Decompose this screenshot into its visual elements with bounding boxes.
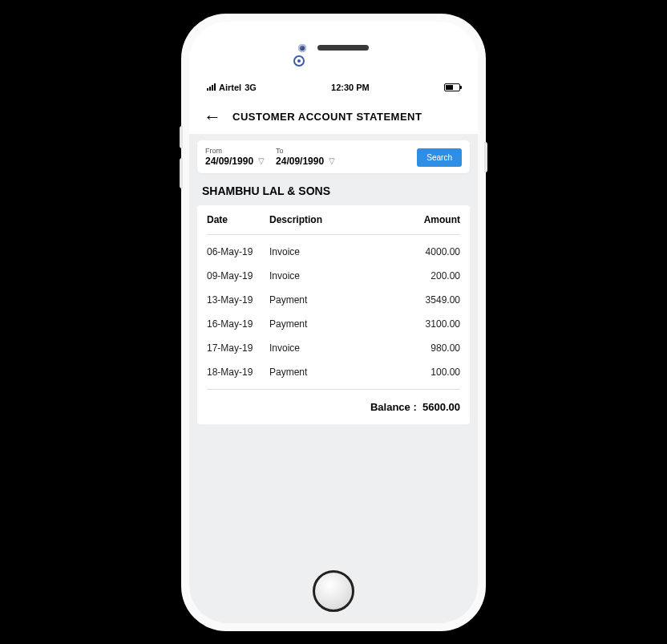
cell-date: 18-May-19 — [207, 367, 269, 378]
cell-amount: 3549.00 — [396, 294, 460, 306]
col-amount-header: Amount — [396, 214, 460, 225]
cell-amount: 100.00 — [396, 367, 460, 378]
from-label: From — [205, 147, 265, 155]
phone-frame: Airtel 3G 12:30 PM ← CUSTOMER ACCOUNT ST… — [181, 14, 486, 631]
balance-label: Balance : — [370, 401, 417, 413]
balance-row: Balance : 5600.00 — [207, 390, 460, 413]
chevron-down-icon: ▽ — [329, 156, 335, 165]
cell-amount: 3100.00 — [396, 318, 460, 330]
phone-notch — [189, 22, 478, 70]
speaker-grille — [317, 45, 369, 51]
to-label: To — [276, 147, 335, 155]
cell-amount: 200.00 — [396, 270, 460, 281]
customer-name: SHAMBHU LAL & SONS — [197, 173, 470, 205]
cell-date: 13-May-19 — [207, 294, 269, 306]
cell-description: Invoice — [269, 270, 396, 281]
page-title: CUSTOMER ACCOUNT STATEMENT — [232, 111, 422, 123]
table-header-row: Date Description Amount — [207, 205, 460, 235]
power-button — [484, 142, 487, 172]
volume-button — [180, 126, 183, 148]
cell-description: Payment — [269, 294, 396, 306]
table-body: 06-May-19Invoice4000.0009-May-19Invoice2… — [207, 235, 460, 390]
cell-description: Invoice — [269, 246, 396, 257]
from-date-value: 24/09/1990 — [205, 156, 253, 167]
cell-amount: 4000.00 — [396, 246, 460, 257]
table-row: 09-May-19Invoice200.00 — [207, 264, 460, 288]
app-header: ← CUSTOMER ACCOUNT STATEMENT — [189, 97, 478, 134]
cell-amount: 980.00 — [396, 342, 460, 354]
home-button[interactable] — [313, 570, 354, 612]
cell-date: 17-May-19 — [207, 342, 269, 354]
to-date-value: 24/09/1990 — [276, 156, 324, 167]
clock: 12:30 PM — [331, 83, 370, 92]
filter-card: From 24/09/1990 ▽ To 24/09/1990 ▽ Search — [197, 140, 470, 173]
statement-table: Date Description Amount 06-May-19Invoice… — [197, 205, 470, 424]
cell-date: 16-May-19 — [207, 318, 269, 330]
network-label: 3G — [245, 83, 257, 92]
cell-description: Payment — [269, 318, 396, 330]
cell-date: 06-May-19 — [207, 246, 269, 257]
sensor-icon — [293, 55, 305, 67]
cell-date: 09-May-19 — [207, 270, 269, 281]
signal-icon — [207, 83, 216, 91]
battery-icon — [444, 83, 460, 91]
content-area: From 24/09/1990 ▽ To 24/09/1990 ▽ Search… — [189, 134, 478, 623]
chevron-down-icon: ▽ — [258, 156, 265, 165]
cell-description: Payment — [269, 367, 396, 378]
screen: Airtel 3G 12:30 PM ← CUSTOMER ACCOUNT ST… — [189, 22, 478, 623]
search-button[interactable]: Search — [417, 148, 462, 167]
table-row: 06-May-19Invoice4000.00 — [207, 240, 460, 264]
table-row: 18-May-19Payment100.00 — [207, 360, 460, 384]
carrier-label: Airtel — [219, 83, 241, 92]
col-description-header: Description — [269, 214, 396, 225]
back-arrow-icon[interactable]: ← — [204, 108, 221, 126]
table-row: 17-May-19Invoice980.00 — [207, 336, 460, 360]
balance-value: 5600.00 — [422, 401, 460, 413]
cell-description: Invoice — [269, 342, 396, 354]
table-row: 16-May-19Payment3100.00 — [207, 312, 460, 336]
to-date-field[interactable]: To 24/09/1990 ▽ — [276, 147, 335, 167]
col-date-header: Date — [207, 214, 269, 225]
camera-icon — [298, 44, 306, 52]
table-row: 13-May-19Payment3549.00 — [207, 288, 460, 312]
status-bar: Airtel 3G 12:30 PM — [189, 78, 478, 97]
from-date-field[interactable]: From 24/09/1990 ▽ — [205, 147, 265, 167]
volume-button — [180, 158, 183, 188]
